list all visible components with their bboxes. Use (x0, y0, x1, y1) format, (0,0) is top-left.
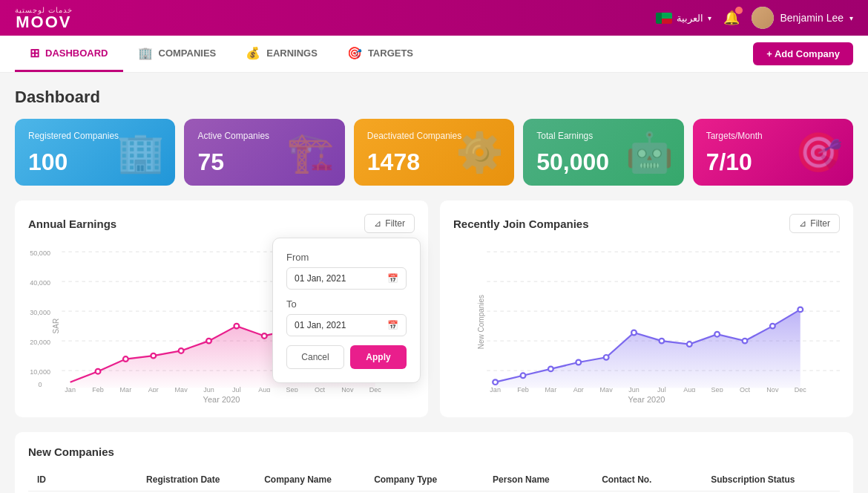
notifications-bell[interactable]: 🔔 (723, 10, 740, 26)
table-header-row: ID Registration Date Company Name Compan… (28, 468, 840, 492)
filter-popup-actions: Cancel Apply (286, 345, 407, 369)
language-button[interactable]: العربية ▾ (656, 13, 711, 24)
to-date-input[interactable]: 01 Jan, 2021 📅 (286, 314, 407, 336)
svg-point-45 (604, 355, 609, 360)
logo-brand: MOOV (16, 14, 71, 30)
annual-earnings-chart: Annual Earnings ⊿ Filter From 01 Jan, 20… (15, 200, 428, 417)
svg-point-44 (576, 360, 581, 365)
language-label: العربية (677, 13, 703, 24)
header: خدمات لوجستية MOOV العربية ▾ 🔔 Benjamin … (0, 0, 868, 36)
username-label: Benjamin Lee (780, 12, 844, 24)
user-menu[interactable]: Benjamin Lee ▾ (752, 7, 853, 29)
recently-chart-svg: New Companies (453, 244, 840, 392)
building-icon: 🏢 (116, 130, 165, 175)
targets-icon: 🎯 (347, 46, 362, 60)
col-company-name: Company Name (255, 468, 365, 492)
annual-chart-title: Annual Earnings (28, 218, 116, 230)
recently-year-label: Year 2020 (453, 395, 840, 404)
nav-items: ⊞ DASHBOARD 🏢 COMPANIES 💰 EARNINGS 🎯 TAR… (15, 36, 428, 72)
col-id: ID (28, 468, 137, 492)
svg-text:Apr: Apr (573, 386, 584, 392)
svg-text:Jul: Jul (657, 386, 666, 392)
annual-filter-button[interactable]: ⊿ Filter (364, 214, 415, 233)
to-label: To (286, 298, 407, 310)
companies-icon: 🏢 (138, 46, 153, 60)
svg-text:Apr: Apr (148, 386, 159, 392)
svg-text:Feb: Feb (517, 386, 529, 392)
header-right: العربية ▾ 🔔 Benjamin Lee ▾ (656, 7, 853, 29)
cancel-button[interactable]: Cancel (286, 345, 344, 369)
new-companies-table: ID Registration Date Company Name Compan… (28, 468, 840, 493)
from-label: From (286, 252, 407, 263)
svg-point-17 (234, 324, 239, 329)
table-wrapper: ID Registration Date Company Name Compan… (28, 468, 840, 493)
svg-text:May: May (175, 386, 188, 392)
table-section-title: New Companies (28, 445, 840, 458)
col-person-name: Person Name (484, 468, 593, 492)
recently-chart-header: Recently Join Companies ⊿ Filter (453, 214, 840, 233)
svg-point-18 (262, 333, 267, 339)
svg-text:Jul: Jul (232, 386, 241, 392)
svg-point-14 (151, 353, 156, 359)
svg-text:20,000: 20,000 (30, 339, 50, 346)
svg-text:SAR: SAR (52, 319, 60, 334)
svg-point-49 (714, 332, 720, 337)
target-icon: 🎯 (795, 130, 843, 175)
svg-text:May: May (600, 386, 614, 392)
svg-point-48 (687, 342, 692, 347)
svg-point-13 (123, 356, 128, 362)
stat-cards-row: Registered Companies 100 🏢 Active Compan… (15, 119, 853, 186)
chevron-down-icon: ▾ (708, 14, 711, 22)
deactivated-icon: ⚙️ (456, 130, 504, 175)
svg-text:Oct: Oct (740, 386, 751, 392)
svg-point-42 (521, 373, 526, 378)
earnings-machine-icon: 🤖 (625, 130, 674, 175)
svg-text:0: 0 (39, 381, 42, 388)
calendar-icon-2: 📅 (387, 320, 398, 330)
nav-label-companies: COMPANIES (159, 48, 217, 59)
logo: خدمات لوجستية MOOV (15, 6, 73, 30)
from-date-input[interactable]: 01 Jan, 2021 📅 (286, 267, 407, 290)
svg-point-43 (548, 367, 553, 372)
nav-item-earnings[interactable]: 💰 EARNINGS (231, 36, 332, 72)
svg-text:Nov: Nov (341, 386, 354, 392)
nav-label-dashboard: DASHBOARD (45, 48, 108, 59)
funnel-icon-2: ⊿ (799, 218, 806, 229)
svg-text:Oct: Oct (315, 386, 326, 392)
nav-item-dashboard[interactable]: ⊞ DASHBOARD (15, 36, 123, 72)
svg-text:Jan: Jan (490, 386, 501, 392)
svg-point-12 (96, 369, 101, 374)
avatar (752, 7, 774, 29)
apply-button[interactable]: Apply (350, 345, 407, 369)
nav-item-companies[interactable]: 🏢 COMPANIES (123, 36, 231, 72)
earnings-icon: 💰 (246, 46, 260, 60)
svg-text:Mar: Mar (120, 386, 132, 392)
recently-filter-button[interactable]: ⊿ Filter (789, 214, 840, 233)
svg-text:Dec: Dec (795, 386, 807, 392)
svg-text:50,000: 50,000 (30, 249, 50, 257)
svg-text:Sep: Sep (286, 386, 298, 392)
svg-text:30,000: 30,000 (30, 309, 50, 316)
svg-text:Sep: Sep (711, 386, 723, 392)
nav-item-targets[interactable]: 🎯 TARGETS (332, 36, 428, 72)
nav-label-earnings: EARNINGS (266, 48, 318, 59)
calendar-icon: 📅 (387, 273, 398, 284)
filter-popup: From 01 Jan, 2021 📅 To 01 Jan, 2021 📅 Ca… (272, 238, 421, 383)
annual-chart-header: Annual Earnings ⊿ Filter (28, 214, 415, 233)
add-company-button[interactable]: + Add Company (753, 42, 853, 65)
stat-card-active: Active Companies 75 🏗️ (184, 119, 344, 186)
svg-text:Feb: Feb (92, 386, 104, 392)
flag-icon (656, 13, 672, 24)
recently-chart-svg-container: New Companies (453, 244, 840, 392)
col-status: Subscription Status (702, 468, 840, 492)
nav-label-targets: TARGETS (368, 48, 413, 59)
stat-card-earnings: Total Earnings 50,000 🤖 (523, 119, 683, 186)
funnel-icon: ⊿ (374, 218, 381, 229)
svg-point-15 (179, 348, 184, 353)
annual-year-label: Year 2020 (28, 395, 415, 404)
svg-text:Dec: Dec (369, 386, 382, 392)
svg-point-46 (631, 330, 637, 336)
main-content: Dashboard Registered Companies 100 🏢 Act… (0, 73, 868, 493)
dashboard-icon: ⊞ (30, 46, 39, 60)
svg-text:Jun: Jun (628, 386, 640, 392)
